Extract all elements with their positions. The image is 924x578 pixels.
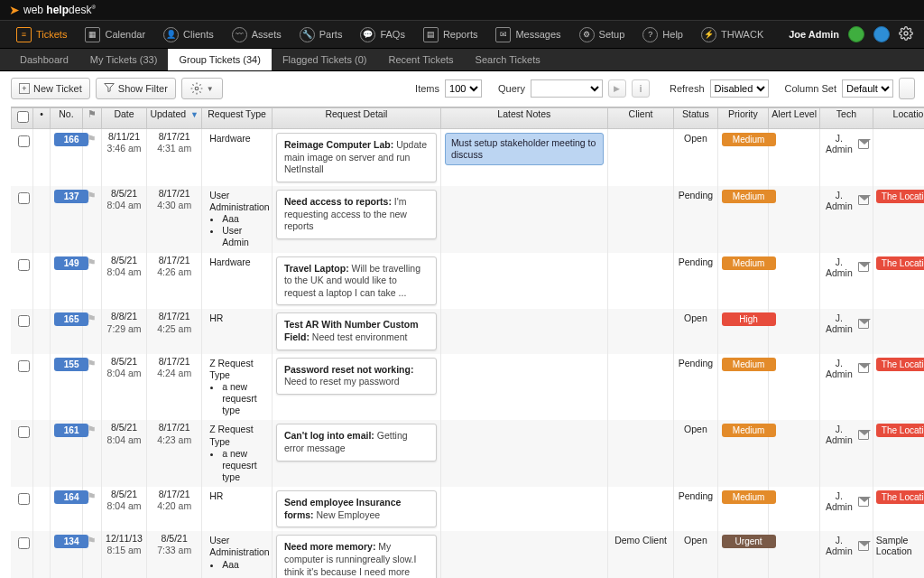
table-row[interactable]: 137⚑8/5/218:04 am8/17/214:30 amUser Admi… — [11, 186, 924, 253]
flag-toggle-icon[interactable]: ⚑ — [87, 256, 97, 269]
table-row[interactable]: 134⚑12/11/138:15 am8/5/217:33 amUser Adm… — [11, 531, 924, 578]
subtab-recent[interactable]: Recent Tickets — [377, 49, 464, 70]
query-run-button[interactable]: ▶ — [608, 79, 626, 98]
show-filter-button[interactable]: Show Filter — [96, 78, 176, 99]
flag-toggle-icon[interactable]: ⚑ — [87, 312, 97, 325]
row-select-checkbox[interactable] — [18, 135, 30, 147]
col-header[interactable]: Request Detail — [273, 107, 441, 129]
select-all-checkbox[interactable] — [17, 111, 29, 123]
request-detail-card[interactable]: Can't log into email: Getting error mess… — [276, 424, 437, 461]
col-header[interactable]: Latest Notes — [441, 107, 608, 129]
nav-assets[interactable]: 〰Assets — [223, 21, 291, 48]
nav-setup[interactable]: ⚙Setup — [570, 21, 634, 48]
ticket-number-badge[interactable]: 165 — [54, 312, 88, 326]
request-detail-card[interactable]: Test AR With Number Custom Field: Need t… — [276, 312, 437, 350]
gear-dropdown-button[interactable]: ▼ — [181, 78, 223, 99]
col-header[interactable]: Date — [102, 107, 147, 129]
settings-gear-icon[interactable] — [899, 26, 913, 42]
flag-toggle-icon[interactable]: ⚑ — [87, 190, 97, 202]
mail-icon[interactable] — [858, 139, 869, 149]
query-select[interactable] — [531, 79, 603, 98]
nav-reports[interactable]: ▤Reports — [414, 21, 487, 48]
row-select-checkbox[interactable] — [18, 493, 30, 505]
col-header[interactable]: Client — [608, 107, 675, 129]
row-select-checkbox[interactable] — [18, 315, 30, 327]
request-detail-card[interactable]: Travel Laptop: Will be travelling to the… — [276, 256, 437, 306]
nav-parts[interactable]: 🔧Parts — [291, 21, 352, 48]
mail-icon[interactable] — [858, 319, 869, 329]
row-select-checkbox[interactable] — [18, 537, 30, 549]
columnset-extra-button[interactable] — [899, 78, 915, 99]
table-row[interactable]: 149⚑8/5/218:04 am8/17/214:26 amHardwareT… — [11, 253, 924, 310]
refresh-select[interactable]: Disabled — [710, 79, 769, 98]
subtab-flagged[interactable]: Flagged Tickets (0) — [272, 49, 378, 70]
mail-icon[interactable] — [858, 541, 869, 551]
col-header[interactable]: No. — [51, 107, 83, 129]
request-detail-card[interactable]: Send employee Insurance forms: New Emplo… — [276, 490, 437, 527]
ticket-number-badge[interactable]: 155 — [54, 358, 88, 371]
subtab-grouptickets[interactable]: Group Tickets (34) — [168, 49, 271, 70]
subtab-dashboard[interactable]: Dashboard — [9, 49, 79, 70]
row-select-checkbox[interactable] — [18, 426, 30, 438]
row-select-checkbox[interactable] — [18, 192, 30, 204]
flag-toggle-icon[interactable]: ⚑ — [87, 535, 97, 547]
mail-icon[interactable] — [858, 497, 869, 507]
created-date: 12/11/138:15 am — [102, 531, 147, 578]
presence-indicator-icon[interactable] — [848, 26, 864, 42]
columnset-select[interactable]: Default — [842, 79, 893, 98]
alert-level — [769, 354, 820, 421]
col-header[interactable]: Alert Level — [769, 107, 820, 129]
flag-toggle-icon[interactable]: ⚑ — [87, 358, 97, 370]
request-detail-card[interactable]: Need more memory: My computer is running… — [276, 535, 437, 578]
col-header[interactable] — [11, 107, 33, 129]
table-row[interactable]: 164⚑8/5/218:04 am8/17/214:20 amHRSend em… — [11, 487, 924, 531]
mail-icon[interactable] — [858, 195, 869, 205]
table-row[interactable]: 155⚑8/5/218:04 am8/17/214:24 amZ Request… — [11, 354, 924, 421]
mail-icon[interactable] — [858, 430, 869, 440]
ticket-number-badge[interactable]: 164 — [54, 490, 88, 504]
ticket-number-badge[interactable]: 161 — [54, 424, 88, 437]
latest-note[interactable]: Must setup stakeholder meeting to discus… — [445, 133, 604, 165]
nav-help[interactable]: ?Help — [633, 21, 692, 48]
nav-messages[interactable]: ✉Messages — [486, 21, 569, 48]
col-header[interactable]: Location — [873, 107, 924, 129]
request-detail-card[interactable]: Reimage Computer Lab: Update main image … — [276, 133, 437, 182]
flag-toggle-icon[interactable]: ⚑ — [87, 424, 97, 436]
row-select-checkbox[interactable] — [18, 259, 30, 271]
nav-faqs[interactable]: 💬FAQs — [351, 21, 414, 48]
col-header[interactable]: Request Type — [202, 107, 273, 129]
flag-toggle-icon[interactable]: ⚑ — [87, 133, 97, 145]
ticket-number-badge[interactable]: 149 — [54, 256, 88, 270]
mail-icon[interactable] — [858, 262, 869, 272]
status-text: Pending — [674, 487, 717, 531]
row-select-checkbox[interactable] — [18, 360, 30, 372]
query-info-button[interactable]: i — [632, 79, 650, 98]
play-icon: ▶ — [614, 84, 620, 93]
table-row[interactable]: 165⚑8/8/217:29 am8/17/214:25 amHRTest AR… — [11, 309, 924, 353]
user-avatar-icon[interactable] — [873, 26, 890, 42]
nav-calendar[interactable]: ▦Calendar — [76, 21, 154, 48]
table-row[interactable]: 166⚑8/11/213:46 am8/17/214:31 amHardware… — [11, 129, 924, 186]
table-row[interactable]: 161⚑8/5/218:04 am8/17/214:23 amZ Request… — [11, 420, 924, 487]
new-ticket-button[interactable]: + New Ticket — [11, 78, 90, 99]
flag-toggle-icon[interactable]: ⚑ — [87, 490, 97, 503]
col-header[interactable]: Priority — [718, 107, 770, 129]
tech-cell: J. Admin — [824, 535, 869, 556]
ticket-number-badge[interactable]: 134 — [54, 535, 88, 548]
col-header[interactable]: Tech — [820, 107, 873, 129]
nav-tickets[interactable]: ≡Tickets — [7, 21, 76, 48]
col-header[interactable]: ⚑ — [83, 107, 102, 129]
ticket-number-badge[interactable]: 137 — [54, 190, 88, 203]
col-header[interactable]: Status — [674, 107, 717, 129]
nav-thwack[interactable]: ⚡THWACK — [692, 21, 772, 48]
col-header[interactable]: Updated ▼ — [147, 107, 202, 129]
subtab-search[interactable]: Search Tickets — [465, 49, 551, 70]
request-detail-card[interactable]: Need access to reports: I'm requesting a… — [276, 190, 437, 239]
mail-icon[interactable] — [858, 363, 869, 373]
col-header[interactable]: • — [33, 107, 51, 129]
items-per-page-select[interactable]: 100 — [445, 79, 482, 98]
nav-clients[interactable]: 👤Clients — [154, 21, 223, 48]
request-detail-card[interactable]: Password reset not working: Need to rese… — [276, 358, 437, 395]
subtab-mytickets[interactable]: My Tickets (33) — [79, 49, 169, 70]
ticket-number-badge[interactable]: 166 — [54, 133, 88, 146]
